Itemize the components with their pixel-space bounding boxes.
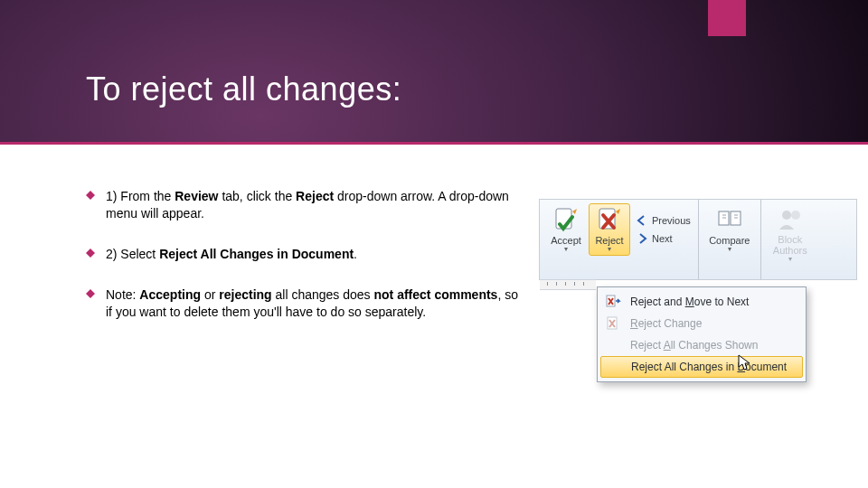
chevron-down-icon: ▾	[788, 255, 792, 263]
text: 1) From the	[106, 189, 175, 203]
text-bold: Review	[175, 189, 218, 203]
bullet-step-1: 1) From the Review tab, click the Reject…	[86, 188, 524, 222]
previous-button[interactable]: Previous	[634, 213, 693, 228]
text-bold: Reject	[296, 189, 334, 203]
svg-point-11	[782, 211, 791, 220]
next-label: Next	[652, 233, 673, 244]
group-compare: Compare ▾	[699, 200, 761, 279]
bullet-note: Note: Accepting or rejecting all changes…	[86, 286, 524, 321]
chevron-down-icon: ▾	[564, 245, 568, 253]
chevron-down-icon: ▾	[608, 245, 611, 253]
menu-reject-change[interactable]: Reject Change	[598, 313, 806, 334]
text: all changes does	[272, 287, 374, 302]
accept-icon	[552, 206, 580, 233]
next-button[interactable]: Next	[634, 231, 693, 246]
text: Reject	[630, 339, 664, 352]
text-ul: M	[685, 296, 694, 308]
compare-icon	[716, 206, 743, 233]
text: eject Change	[638, 317, 703, 330]
text: Reject All Changes in	[631, 361, 737, 373]
blank-icon	[605, 337, 621, 353]
text-bold: not affect comments	[374, 287, 498, 302]
blank-icon	[606, 359, 622, 375]
slide-title: To reject all changes:	[86, 70, 401, 108]
reject-change-icon	[605, 315, 621, 332]
text: .	[354, 247, 357, 261]
text: ove to Next	[694, 296, 750, 308]
svg-marker-1	[86, 249, 95, 258]
text-bold: Accepting	[139, 287, 201, 302]
text: Reject and	[630, 296, 685, 308]
text: tab, click the	[219, 189, 297, 203]
slide-header: To reject all changes:	[0, 0, 868, 145]
diamond-icon	[86, 191, 95, 200]
reject-button[interactable]: Reject ▾	[589, 203, 630, 256]
text: ll Changes Shown	[671, 339, 759, 352]
text-ul: R	[630, 317, 638, 330]
reject-next-icon	[605, 294, 621, 310]
ruler-strip	[540, 279, 596, 290]
group-protect: Block Authors ▾	[761, 200, 819, 279]
accent-tab	[708, 0, 746, 36]
menu-reject-all-shown[interactable]: Reject All Changes Shown	[598, 334, 806, 356]
word-ribbon-screenshot: Accept ▾ Reject ▾ Previous	[539, 199, 857, 280]
menu-reject-and-move[interactable]: Reject and Move to Next	[598, 291, 806, 313]
cursor-icon	[737, 353, 751, 371]
text: Note:	[106, 287, 139, 302]
text-bold: Reject All Changes in Document	[159, 247, 354, 261]
chevron-down-icon: ▾	[728, 245, 731, 253]
next-icon	[636, 232, 648, 245]
svg-marker-2	[86, 289, 95, 298]
accept-button[interactable]: Accept ▾	[545, 203, 587, 256]
text: 2) Select	[106, 247, 159, 261]
group-changes: Accept ▾ Reject ▾ Previous	[540, 200, 699, 279]
text-bold: rejecting	[219, 287, 271, 302]
diamond-icon	[86, 249, 95, 258]
block-authors-label: Block Authors	[769, 235, 811, 256]
block-authors-button[interactable]: Block Authors ▾	[767, 203, 814, 266]
bullet-step-2: 2) Select Reject All Changes in Document…	[86, 246, 524, 263]
compare-button[interactable]: Compare ▾	[704, 203, 755, 256]
previous-icon	[636, 214, 648, 227]
reject-icon	[596, 206, 623, 233]
reject-dropdown-menu: Reject and Move to Next Reject Change Re…	[597, 286, 807, 382]
svg-point-12	[791, 211, 800, 220]
text: or	[201, 287, 219, 302]
menu-reject-all-in-document[interactable]: Reject All Changes in Document	[600, 356, 803, 378]
diamond-icon	[86, 289, 95, 298]
block-authors-icon	[777, 206, 804, 233]
svg-marker-0	[86, 191, 95, 200]
text-ul: A	[664, 339, 671, 352]
previous-label: Previous	[652, 215, 691, 226]
